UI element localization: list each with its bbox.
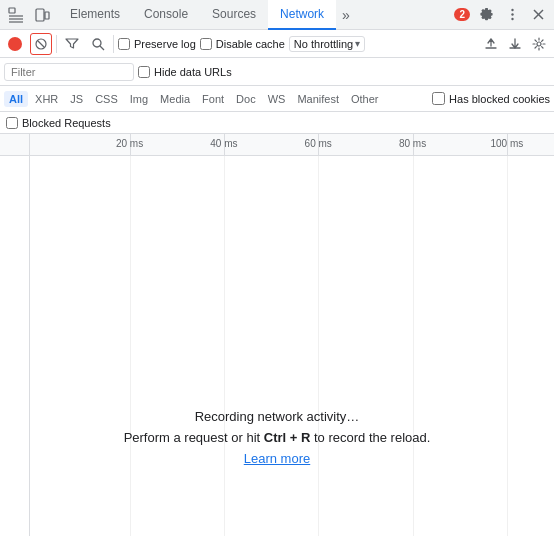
tick-label-80ms: 80 ms	[399, 138, 426, 149]
svg-rect-0	[9, 8, 15, 13]
gear-icon	[532, 37, 546, 51]
type-filter-ws[interactable]: WS	[263, 91, 291, 107]
svg-point-7	[511, 13, 513, 15]
instruction-text: Perform a request or hit Ctrl + R to rec…	[124, 430, 431, 445]
search-icon	[91, 37, 105, 51]
toolbar-right	[480, 33, 550, 55]
record-icon	[8, 37, 22, 51]
tick-label-20ms: 20 ms	[116, 138, 143, 149]
grid-line-4	[413, 156, 414, 536]
filter-bar: Hide data URLs	[0, 58, 554, 86]
waterfall-grid	[30, 156, 554, 536]
type-filter-bar: All XHR JS CSS Img Media Font Doc WS Man…	[0, 86, 554, 112]
settings-button[interactable]	[474, 3, 498, 27]
waterfall-left-col	[0, 156, 30, 536]
type-filter-other[interactable]: Other	[346, 91, 384, 107]
filter-button[interactable]	[61, 33, 83, 55]
preserve-log-label[interactable]: Preserve log	[118, 38, 196, 50]
type-filter-js[interactable]: JS	[65, 91, 88, 107]
has-blocked-cookies-checkbox[interactable]	[432, 92, 445, 105]
grid-line-5	[507, 156, 508, 536]
timeline-ticks: 20 ms 40 ms 60 ms 80 ms 100 ms	[30, 134, 554, 155]
preserve-log-checkbox[interactable]	[118, 38, 130, 50]
stop-button[interactable]	[30, 33, 52, 55]
grid-line-3	[318, 156, 319, 536]
type-filter-xhr[interactable]: XHR	[30, 91, 63, 107]
learn-more-link[interactable]: Learn more	[244, 451, 310, 466]
disable-cache-label[interactable]: Disable cache	[200, 38, 285, 50]
tab-bar: Elements Console Sources Network » 2	[0, 0, 554, 30]
network-toolbar: Preserve log Disable cache No throttling…	[0, 30, 554, 58]
type-filter-media[interactable]: Media	[155, 91, 195, 107]
recording-text: Recording network activity…	[195, 409, 360, 424]
grid-line-2	[224, 156, 225, 536]
throttle-select[interactable]: No throttling ▾	[289, 36, 365, 52]
more-options-button[interactable]	[500, 3, 524, 27]
svg-point-13	[93, 39, 101, 47]
type-filter-font[interactable]: Font	[197, 91, 229, 107]
timeline-left-spacer	[0, 134, 30, 155]
search-button[interactable]	[87, 33, 109, 55]
separator-2	[113, 35, 114, 53]
filter-input[interactable]	[4, 63, 134, 81]
tab-sources[interactable]: Sources	[200, 0, 268, 30]
tab-console[interactable]: Console	[132, 0, 200, 30]
type-filter-css[interactable]: CSS	[90, 91, 123, 107]
shortcut-key: Ctrl + R	[264, 430, 311, 445]
svg-line-14	[100, 46, 104, 50]
grid-line-1	[130, 156, 131, 536]
upload-icon	[484, 37, 498, 51]
tab-network[interactable]: Network	[268, 0, 336, 30]
svg-line-12	[38, 41, 44, 47]
svg-rect-5	[45, 12, 49, 19]
waterfall-area: Recording network activity… Perform a re…	[0, 156, 554, 536]
empty-state: Recording network activity… Perform a re…	[0, 409, 554, 466]
chevron-down-icon: ▾	[355, 38, 360, 49]
hide-data-urls-label[interactable]: Hide data URLs	[138, 66, 232, 78]
separator-1	[56, 35, 57, 53]
waterfall-columns	[0, 156, 554, 536]
import-har-button[interactable]	[480, 33, 502, 55]
blocked-requests-row: Blocked Requests	[0, 112, 554, 134]
tick-label-100ms: 100 ms	[490, 138, 523, 149]
record-button[interactable]	[4, 33, 26, 55]
export-har-button[interactable]	[504, 33, 526, 55]
device-toolbar-button[interactable]	[30, 3, 54, 27]
blocked-requests-label[interactable]: Blocked Requests	[6, 117, 111, 129]
tab-elements[interactable]: Elements	[58, 0, 132, 30]
timeline-header: 20 ms 40 ms 60 ms 80 ms 100 ms	[0, 134, 554, 156]
type-filter-doc[interactable]: Doc	[231, 91, 261, 107]
close-devtools-button[interactable]	[526, 3, 550, 27]
error-badge: 2	[454, 8, 470, 21]
type-filter-manifest[interactable]: Manifest	[292, 91, 344, 107]
svg-rect-4	[36, 9, 44, 21]
disable-cache-checkbox[interactable]	[200, 38, 212, 50]
type-filter-all[interactable]: All	[4, 91, 28, 107]
svg-point-8	[511, 18, 513, 20]
stop-icon	[35, 38, 47, 50]
blocked-requests-checkbox[interactable]	[6, 117, 18, 129]
more-tabs-button[interactable]: »	[336, 0, 356, 30]
tab-bar-right: 2	[454, 3, 550, 27]
network-settings-button[interactable]	[528, 33, 550, 55]
tick-label-40ms: 40 ms	[210, 138, 237, 149]
devtools-icons	[4, 3, 54, 27]
hide-data-urls-checkbox[interactable]	[138, 66, 150, 78]
download-icon	[508, 37, 522, 51]
inspect-element-button[interactable]	[4, 3, 28, 27]
svg-point-15	[537, 42, 541, 46]
svg-point-6	[511, 9, 513, 11]
tick-label-60ms: 60 ms	[305, 138, 332, 149]
filter-icon	[65, 37, 79, 51]
has-blocked-cookies: Has blocked cookies	[432, 92, 550, 105]
type-filter-img[interactable]: Img	[125, 91, 153, 107]
